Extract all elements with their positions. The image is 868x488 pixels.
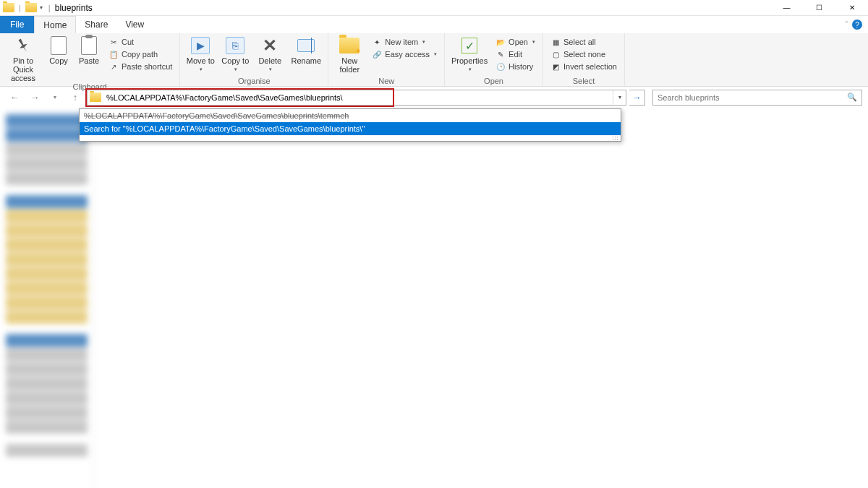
select-all-icon: ▦ bbox=[550, 37, 561, 47]
group-label: Organise bbox=[184, 77, 323, 86]
separator: | bbox=[19, 4, 21, 12]
properties-icon: ✓ bbox=[461, 38, 477, 53]
window-title: blueprints bbox=[55, 3, 93, 13]
copy-to-icon: ⎘ bbox=[226, 37, 244, 54]
label: Copy bbox=[49, 56, 68, 65]
ribbon: Pin to Quick access Copy Paste ✂Cut 📋Cop… bbox=[0, 33, 868, 87]
group-label: New bbox=[333, 77, 440, 86]
ribbon-collapse-icon[interactable]: ˇ bbox=[846, 21, 848, 29]
invert-icon: ◩ bbox=[550, 61, 561, 72]
paste-icon bbox=[81, 36, 97, 55]
delete-button[interactable]: ✕ Delete▾ bbox=[254, 35, 286, 72]
title-bar: | ▾ | blueprints — ☐ ✕ bbox=[0, 0, 868, 16]
paste-shortcut-button[interactable]: ↗Paste shortcut bbox=[106, 61, 175, 72]
suggestion-search-item[interactable]: Search for "%LOCALAPPDATA%\FactoryGame\S… bbox=[80, 122, 621, 135]
history-icon: 🕑 bbox=[495, 61, 506, 72]
address-dropdown-button[interactable]: ▾ bbox=[613, 90, 626, 105]
select-none-button[interactable]: ▢Select none bbox=[548, 48, 620, 60]
select-none-icon: ▢ bbox=[550, 49, 561, 59]
address-input[interactable] bbox=[103, 90, 613, 105]
cut-button[interactable]: ✂Cut bbox=[106, 36, 175, 48]
copy-path-icon: 📋 bbox=[109, 49, 119, 59]
file-list[interactable] bbox=[94, 107, 868, 488]
label: Paste bbox=[79, 56, 99, 65]
tab-file[interactable]: File bbox=[0, 16, 34, 33]
tab-view[interactable]: View bbox=[116, 16, 153, 33]
pin-quick-access-button[interactable]: Pin to Quick access bbox=[4, 35, 42, 82]
open-button[interactable]: 📂Open▾ bbox=[493, 36, 538, 48]
folder-icon bbox=[3, 3, 14, 12]
copy-button[interactable]: Copy bbox=[45, 35, 72, 65]
group-label: Select bbox=[548, 77, 620, 86]
search-icon: 🔍 bbox=[847, 93, 857, 102]
select-all-button[interactable]: ▦Select all bbox=[548, 36, 620, 48]
minimize-button[interactable]: — bbox=[770, 0, 803, 16]
maximize-button[interactable]: ☐ bbox=[803, 0, 835, 16]
scissors-icon: ✂ bbox=[109, 37, 119, 47]
move-icon: ▶ bbox=[191, 37, 210, 54]
address-bar[interactable]: ▾ bbox=[87, 90, 626, 106]
close-button[interactable]: ✕ bbox=[835, 0, 868, 16]
ribbon-tabs: File Home Share View ˇ ? bbox=[0, 16, 868, 33]
new-item-icon: ✦ bbox=[372, 37, 382, 47]
navigation-bar: ← → ▾ ↑ ▾ → 🔍 bbox=[0, 87, 868, 107]
tab-home[interactable]: Home bbox=[34, 16, 76, 33]
shortcut-icon: ↗ bbox=[109, 61, 119, 72]
main-area bbox=[0, 107, 868, 488]
edit-button[interactable]: ✎Edit bbox=[493, 48, 538, 60]
address-suggestions-dropdown: %LOCALAPPDATA%\FactoryGame\Saved\SaveGam… bbox=[79, 108, 621, 142]
copy-path-button[interactable]: 📋Copy path bbox=[106, 48, 175, 60]
easy-access-icon: 🔗 bbox=[372, 49, 382, 59]
help-icon[interactable]: ? bbox=[852, 20, 862, 30]
easy-access-button[interactable]: 🔗Easy access▾ bbox=[369, 48, 440, 60]
folder-icon bbox=[88, 90, 103, 105]
new-item-button[interactable]: ✦New item▾ bbox=[369, 36, 440, 48]
navigation-pane[interactable] bbox=[0, 107, 94, 488]
delete-icon: ✕ bbox=[263, 35, 277, 56]
tab-share[interactable]: Share bbox=[76, 16, 116, 33]
properties-button[interactable]: ✓ Properties▾ bbox=[449, 35, 490, 72]
search-box[interactable]: 🔍 bbox=[652, 90, 862, 106]
rename-icon bbox=[297, 39, 315, 52]
history-button[interactable]: 🕑History bbox=[493, 61, 538, 72]
rename-button[interactable]: Rename bbox=[289, 35, 323, 65]
new-folder-button[interactable]: New folder bbox=[333, 35, 366, 74]
search-input[interactable] bbox=[658, 93, 847, 102]
open-icon: 📂 bbox=[495, 37, 506, 47]
separator: | bbox=[48, 4, 51, 12]
group-label: Open bbox=[449, 77, 538, 86]
copy-icon bbox=[51, 36, 67, 55]
folder-icon bbox=[25, 3, 37, 12]
edit-icon: ✎ bbox=[495, 49, 506, 59]
new-folder-icon bbox=[339, 38, 359, 53]
chevron-down-icon[interactable]: ▾ bbox=[40, 4, 43, 11]
suggestion-history-item[interactable]: %LOCALAPPDATA%\FactoryGame\Saved\SaveGam… bbox=[80, 109, 621, 122]
pin-icon bbox=[13, 35, 33, 55]
paste-button[interactable]: Paste bbox=[75, 35, 103, 65]
resize-handle[interactable] bbox=[80, 135, 621, 141]
go-button[interactable]: → bbox=[629, 90, 645, 106]
move-to-button[interactable]: ▶ Move to▾ bbox=[184, 35, 216, 72]
label: Pin to Quick access bbox=[4, 56, 42, 82]
copy-to-button[interactable]: ⎘ Copy to▾ bbox=[219, 35, 251, 72]
invert-selection-button[interactable]: ◩Invert selection bbox=[548, 61, 620, 72]
